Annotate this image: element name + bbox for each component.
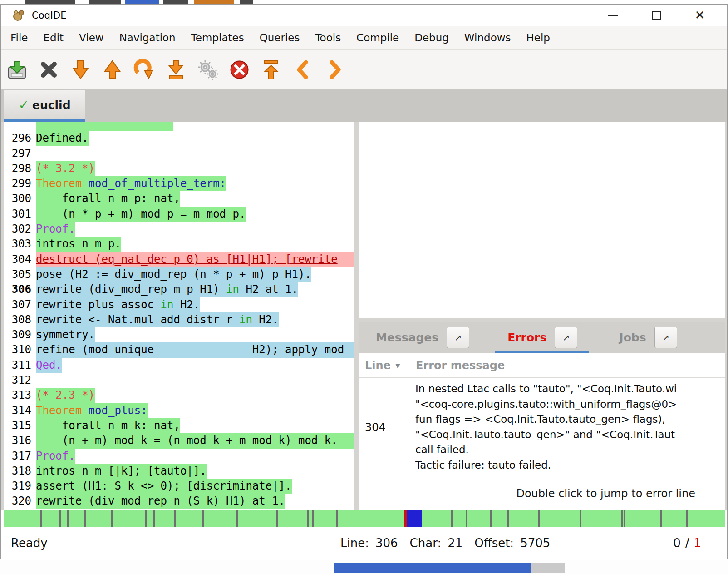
script-editor[interactable]: 296Defined.297298(* 3.2 *)299Theorem mod…	[4, 122, 354, 510]
code-text: rewrite plus_assoc in H2.	[36, 297, 200, 312]
menu-compile[interactable]: Compile	[349, 32, 407, 44]
window-title: CoqIDE	[32, 10, 66, 21]
code-line[interactable]: 311Qed.	[4, 358, 354, 373]
counter-left: 0	[673, 536, 681, 550]
code-text: symmetry.	[36, 327, 95, 342]
menu-view[interactable]: View	[71, 32, 112, 44]
code-text: refine (mod_unique _ _ _ _ _ _ _ H2); ap…	[36, 342, 354, 357]
menu-file[interactable]: File	[3, 32, 36, 44]
code-line[interactable]: 301 (n * p + m) mod p = m mod p.	[4, 207, 354, 222]
interrupt-button[interactable]	[229, 59, 250, 80]
code-line[interactable]: 309symmetry.	[4, 327, 354, 342]
vertical-splitter[interactable]	[354, 122, 359, 510]
code-line[interactable]: 314Theorem mod_plus:	[4, 403, 354, 418]
close-button[interactable]: ✕	[690, 5, 710, 25]
progress-tick	[336, 510, 338, 527]
tab-euclid[interactable]: ✓ euclid	[4, 90, 85, 119]
progress-tick	[307, 510, 309, 527]
maximize-button[interactable]	[646, 5, 666, 25]
minimize-button[interactable]	[603, 5, 623, 25]
restart-button[interactable]	[261, 59, 282, 80]
save-icon	[6, 59, 28, 80]
menu-edit[interactable]: Edit	[36, 32, 72, 44]
menu-templates[interactable]: Templates	[183, 32, 252, 44]
progress-error-tick	[404, 510, 407, 527]
code-line[interactable]: 310refine (mod_unique _ _ _ _ _ _ _ H2);…	[4, 342, 354, 357]
char-value: 21	[448, 536, 462, 550]
app-icon	[12, 9, 25, 22]
column-header-line[interactable]: Line ▼	[359, 359, 411, 372]
line-label: Line:	[340, 536, 369, 550]
code-line[interactable]: 305pose (H2 := div_mod_rep (n * p + m) p…	[4, 267, 354, 282]
error-row[interactable]: 304 In nested Ltac calls to "tauto", "<C…	[359, 378, 725, 473]
code-line[interactable]: 302Proof.	[4, 222, 354, 237]
code-line[interactable]: 304destruct (eq_nat_dec p 0) as [H1|H1];…	[4, 252, 354, 267]
progress-tick	[84, 510, 86, 527]
line-number: 319	[4, 479, 36, 494]
menu-tools[interactable]: Tools	[307, 32, 349, 44]
code-line[interactable]: 308rewrite <- Nat.mul_add_distr_r in H2.	[4, 312, 354, 327]
goal-panel[interactable]	[359, 122, 725, 318]
code-text: Defined.	[36, 131, 89, 146]
code-line[interactable]: 296Defined.	[4, 131, 354, 146]
code-line[interactable]: 319assert (H1: S k <> 0); [discriminate|…	[4, 479, 354, 494]
tab-errors[interactable]: Errors	[507, 331, 546, 344]
maximize-icon	[652, 11, 661, 20]
progress-tick	[145, 510, 147, 527]
code-line[interactable]: 307rewrite plus_assoc in H2.	[4, 297, 354, 312]
code-line[interactable]: 298(* 3.2 *)	[4, 161, 354, 176]
detach-jobs-button[interactable]: ↗	[654, 327, 677, 348]
progress-tick	[451, 510, 453, 527]
close-icon: ✕	[694, 9, 705, 22]
code-line[interactable]: 303intros n m p.	[4, 237, 354, 252]
line-number: 306	[4, 282, 36, 297]
previous-occurrence-button[interactable]	[292, 59, 314, 80]
error-message-line: In nested Ltac calls to "tauto", "<Coq.I…	[415, 381, 725, 397]
proof-progress-bar	[4, 510, 725, 527]
line-number: 310	[4, 342, 36, 357]
code-line[interactable]: 313(* 2.3 *)	[4, 388, 354, 403]
detach-errors-button[interactable]: ↗	[555, 327, 577, 348]
menu-navigation[interactable]: Navigation	[112, 32, 183, 44]
progress-tick	[276, 510, 278, 527]
tab-jobs[interactable]: Jobs	[619, 331, 646, 344]
horizontal-splitter[interactable]	[359, 318, 725, 322]
code-line[interactable]	[4, 122, 354, 131]
menu-debug[interactable]: Debug	[407, 32, 457, 44]
code-line[interactable]: 318intros n m [|k]; [tauto|].	[4, 464, 354, 479]
code-line[interactable]: 300 forall n m p: nat,	[4, 191, 354, 206]
titlebar: CoqIDE ✕	[1, 5, 727, 26]
code-text: pose (H2 := div_mod_rep (n * p + m) p H1…	[36, 267, 311, 282]
tabbar: ✓ euclid	[1, 89, 727, 122]
code-line[interactable]: 317Proof.	[4, 449, 354, 464]
code-line[interactable]: 316 (n + m) mod k = (n mod k + m mod k) …	[4, 433, 354, 448]
statusbar: Ready Line: 306 Char: 21 Offset: 5705 0 …	[1, 527, 727, 559]
goto-cursor-button[interactable]	[133, 59, 155, 80]
progress-tick	[660, 510, 662, 527]
run-to-end-button[interactable]	[165, 59, 187, 80]
menu-queries[interactable]: Queries	[252, 32, 308, 44]
menu-windows[interactable]: Windows	[457, 32, 519, 44]
progress-tick	[580, 510, 581, 527]
menubar: FileEditViewNavigationTemplatesQueriesTo…	[1, 26, 727, 50]
menu-help[interactable]: Help	[519, 32, 558, 44]
char-label: Char:	[410, 536, 442, 550]
save-button[interactable]	[6, 59, 28, 80]
close-buffer-icon	[38, 59, 59, 80]
error-message-line: Tactic failure: tauto failed.	[415, 458, 725, 473]
tab-messages[interactable]: Messages	[376, 331, 438, 344]
code-line[interactable]: 306rewrite (div_mod_rep m p H1) in H2 at…	[4, 282, 354, 297]
code-line[interactable]: 315 forall n m k: nat,	[4, 418, 354, 433]
next-occurrence-button[interactable]	[324, 59, 345, 80]
code-line[interactable]: 312	[4, 373, 354, 388]
close-buffer-button[interactable]	[38, 59, 59, 80]
fully-check-button[interactable]	[197, 59, 218, 80]
step-back-button[interactable]	[102, 59, 123, 80]
progress-tick	[624, 510, 625, 527]
step-forward-button[interactable]	[70, 59, 91, 80]
error-message-line: call failed.	[415, 442, 725, 458]
code-line[interactable]: 297	[4, 146, 354, 161]
code-line[interactable]: 299Theorem mod_of_multiple_term:	[4, 176, 354, 191]
detach-messages-button[interactable]: ↗	[447, 327, 469, 348]
code-line[interactable]: 320rewrite (div_mod_rep n (S k) H1) at 1…	[4, 494, 354, 509]
